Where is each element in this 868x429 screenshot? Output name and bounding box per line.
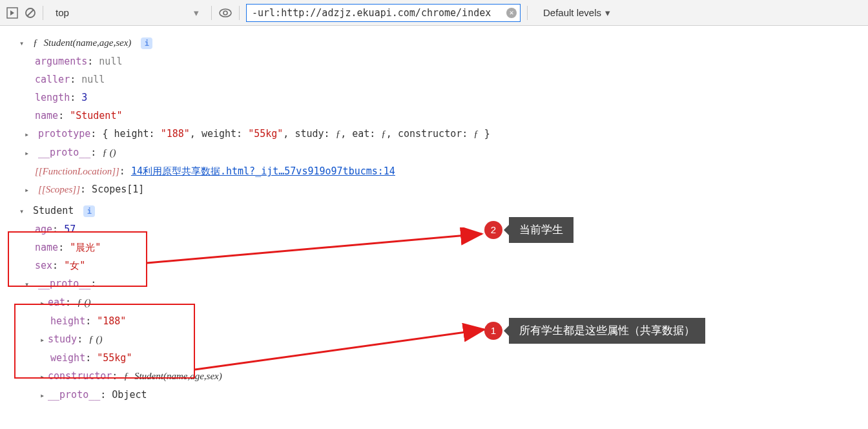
prop-length: length: 3	[19, 89, 868, 107]
clear-console-icon[interactable]	[25, 7, 36, 19]
expand-arrow[interactable]	[40, 293, 48, 312]
context-selector[interactable]: top ▾	[50, 5, 205, 21]
function-header-row[interactable]: ƒ Student(name,age,sex) i	[19, 34, 868, 52]
annotation-1: 1 所有学生都是这些属性（共享数据）	[484, 318, 705, 344]
filter-input[interactable]	[246, 4, 521, 22]
inst-age: age: 57	[19, 220, 868, 238]
expand-arrow[interactable]	[19, 34, 27, 52]
expand-arrow[interactable]	[19, 202, 27, 220]
annotation-badge: 1	[484, 322, 502, 340]
inst-study[interactable]: study: ƒ ()	[19, 330, 868, 349]
prop-name: name: "Student"	[19, 107, 868, 125]
annotation-badge: 2	[484, 221, 502, 239]
prop-proto[interactable]: __proto__: ƒ ()	[19, 143, 868, 162]
annotation-label: 当前学生	[509, 217, 574, 243]
expand-arrow[interactable]	[40, 367, 48, 386]
inst-proto[interactable]: __proto__:	[19, 275, 868, 293]
inst-eat[interactable]: eat: ƒ ()	[19, 293, 868, 312]
context-label: top	[56, 7, 69, 18]
expand-arrow[interactable]	[40, 330, 48, 349]
prop-caller: caller: null	[19, 70, 868, 89]
execution-context-play-icon[interactable]	[6, 7, 18, 19]
inst-height: height: "188"	[19, 312, 868, 330]
expand-arrow[interactable]	[25, 125, 32, 143]
svg-point-4	[220, 9, 231, 17]
chevron-down-icon: ▾	[605, 7, 610, 19]
inst-proto-proto[interactable]: __proto__: Object	[19, 386, 868, 404]
inst-sex: sex: "女"	[19, 256, 868, 275]
live-expression-eye-icon[interactable]	[218, 7, 232, 19]
prop-arguments: arguments: null	[19, 52, 868, 70]
console-output: ƒ Student(name,age,sex) i arguments: nul…	[0, 26, 868, 404]
annotation-label: 所有学生都是这些属性（共享数据）	[509, 318, 705, 344]
instance-header-row[interactable]: Student i	[19, 202, 868, 220]
inst-name: name: "晨光"	[19, 238, 868, 256]
console-toolbar: top ▾ ✕ Default levels ▾	[0, 0, 868, 26]
filter-clear-icon[interactable]: ✕	[506, 8, 517, 18]
svg-marker-1	[10, 10, 14, 16]
expand-arrow[interactable]	[25, 143, 32, 162]
info-badge-icon[interactable]: i	[83, 205, 95, 217]
inst-weight: weight: "55kg"	[19, 349, 868, 367]
inst-constructor[interactable]: constructor: ƒ Student(name,age,sex)	[19, 367, 868, 386]
prop-scopes[interactable]: [[Scopes]]: Scopes[1]	[19, 180, 868, 199]
info-badge-icon[interactable]: i	[141, 37, 152, 49]
prop-prototype[interactable]: prototype: { height: "188", weight: "55k…	[19, 125, 868, 143]
svg-line-3	[27, 10, 34, 16]
expand-arrow[interactable]	[25, 180, 32, 199]
source-link[interactable]: 14利用原型共享数据.html?_ijt…57vs919o97tbucms:14	[131, 165, 395, 177]
expand-arrow[interactable]	[40, 386, 48, 404]
prop-function-location: [[FunctionLocation]]: 14利用原型共享数据.html?_i…	[19, 162, 868, 180]
expand-arrow[interactable]	[25, 275, 32, 293]
svg-point-5	[223, 11, 227, 15]
chevron-down-icon: ▾	[194, 7, 199, 19]
annotation-2: 2 当前学生	[484, 217, 574, 243]
log-levels-dropdown[interactable]: Default levels ▾	[543, 7, 610, 19]
